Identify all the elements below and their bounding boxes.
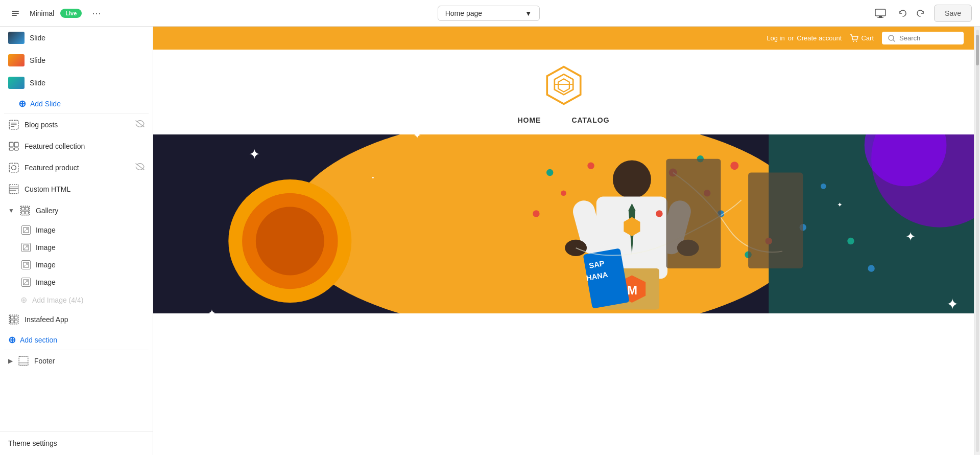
svg-point-98 (821, 184, 826, 189)
slide-3-thumb (8, 77, 25, 89)
slide-2-thumb (8, 54, 25, 66)
gallery-sub-image-2[interactable]: Image (0, 239, 153, 256)
svg-rect-0 (12, 11, 19, 12)
page-selector-label: Home page (445, 9, 482, 17)
store-logo-area (153, 50, 974, 111)
cart-icon (850, 34, 859, 42)
featured-product-icon (8, 162, 19, 173)
redo-button[interactable] (913, 6, 928, 21)
add-slide-icon: ⊕ (18, 98, 26, 109)
login-link[interactable]: Log in (767, 34, 784, 42)
gallery-icon (19, 205, 31, 216)
featured-collection-label: Featured collection (25, 142, 145, 150)
save-button[interactable]: Save (934, 5, 972, 22)
svg-text:✦: ✦ (208, 308, 216, 313)
svg-rect-5 (877, 17, 883, 18)
add-slide-label: Add Slide (30, 100, 61, 108)
more-button[interactable]: ⋯ (88, 6, 105, 21)
store-logo (543, 65, 584, 106)
search-icon (888, 35, 895, 42)
svg-rect-14 (9, 163, 18, 172)
slide-3-label: Slide (30, 79, 145, 87)
svg-rect-10 (9, 142, 13, 147)
create-account-link[interactable]: Create account (797, 34, 842, 42)
sidebar-item-featured-collection[interactable]: Featured collection (0, 135, 153, 157)
svg-rect-21 (21, 207, 25, 210)
back-icon (11, 9, 20, 18)
svg-rect-1 (12, 13, 19, 14)
svg-line-47 (893, 40, 895, 41)
sidebar-item-slide-3[interactable]: Slide (0, 72, 153, 94)
cart-label: Cart (861, 34, 874, 42)
preview-area: Log in or Create account Cart (153, 27, 974, 455)
header-account-links: Log in or Create account (767, 34, 842, 42)
slide-1-thumb (8, 32, 25, 44)
nav-home[interactable]: HOME (517, 116, 541, 124)
scrollbar-thumb (976, 35, 979, 65)
svg-text:✦: ✦ (946, 295, 959, 312)
nav-catalog[interactable]: CATALOG (571, 116, 609, 124)
gallery-sub-image-4[interactable]: Image (0, 274, 153, 291)
search-box[interactable] (882, 32, 964, 44)
sidebar-item-slide-1[interactable]: Slide (0, 27, 153, 49)
redo-icon (916, 9, 925, 18)
featured-product-hide-icon[interactable] (135, 163, 145, 172)
sidebar-item-gallery[interactable]: ▼ Gallery (0, 200, 153, 221)
sidebar-item-blog-posts[interactable]: Blog posts (0, 114, 153, 135)
desktop-icon (875, 9, 886, 18)
svg-point-45 (856, 41, 857, 42)
svg-rect-13 (14, 148, 18, 150)
svg-text:✦: ✦ (837, 201, 843, 209)
back-button[interactable] (8, 6, 23, 21)
desktop-view-button[interactable] (872, 6, 889, 21)
sidebar-item-custom-html[interactable]: Custom HTML (0, 178, 153, 200)
svg-rect-39 (14, 316, 17, 319)
sidebar-item-instafeed[interactable]: Instafeed App (0, 309, 153, 330)
add-section-icon: ⊕ (8, 334, 16, 346)
svg-rect-23 (21, 211, 25, 214)
undo-icon (898, 9, 907, 18)
sidebar-item-footer[interactable]: ▶ Footer (0, 350, 153, 372)
right-scrollbar[interactable] (974, 27, 980, 455)
svg-point-36 (27, 281, 28, 282)
gallery-add-image-button[interactable]: ⊕ Add Image (4/4) (0, 291, 153, 309)
more-icon: ⋯ (92, 8, 101, 18)
footer-label: Footer (34, 357, 145, 365)
slide-1-label: Slide (30, 34, 145, 42)
svg-point-97 (868, 265, 874, 271)
svg-text:✦: ✦ (413, 134, 421, 141)
cart-button[interactable]: Cart (850, 34, 874, 42)
search-input[interactable] (899, 34, 950, 42)
image-frame-icon-1 (21, 225, 31, 235)
gallery-sub-image-3[interactable]: Image (0, 256, 153, 274)
hero-illustration: ✦ ✦ ✦ • ✦ ✦ ✦ ✦ ✦ (153, 134, 974, 313)
page-selector[interactable]: Home page ▼ (438, 6, 540, 21)
sidebar-item-featured-product[interactable]: Featured product (0, 157, 153, 178)
svg-rect-12 (9, 148, 13, 150)
svg-point-53 (290, 134, 810, 313)
custom-html-label: Custom HTML (25, 185, 145, 193)
gallery-toggle-icon: ▼ (8, 207, 14, 214)
add-slide-button[interactable]: ⊕ Add Slide (0, 94, 153, 113)
featured-collection-icon (8, 141, 19, 152)
svg-rect-16 (9, 185, 18, 194)
footer-toggle-icon: ▶ (8, 357, 13, 365)
image-frame-icon-3 (21, 260, 31, 269)
blog-posts-hide-icon[interactable] (135, 120, 145, 129)
svg-rect-99 (666, 159, 721, 268)
svg-point-86 (656, 210, 662, 217)
undo-button[interactable] (895, 6, 911, 21)
svg-rect-3 (875, 9, 886, 16)
gallery-sub-image-1[interactable]: Image (0, 221, 153, 239)
sidebar-item-slide-2[interactable]: Slide (0, 49, 153, 72)
add-section-label: Add section (20, 336, 57, 344)
add-image-icon: ⊕ (20, 295, 27, 305)
image-frame-icon-2 (21, 243, 31, 252)
svg-rect-43 (19, 362, 28, 366)
sidebar: Slide Slide Slide ⊕ Add Slide (0, 27, 153, 455)
footer-icon (18, 355, 29, 367)
add-section-button[interactable]: ⊕ Add section (0, 330, 153, 350)
theme-settings-button[interactable]: Theme settings (8, 439, 57, 447)
top-bar-center: Home page ▼ (438, 6, 540, 21)
chevron-down-icon: ▼ (525, 9, 532, 17)
